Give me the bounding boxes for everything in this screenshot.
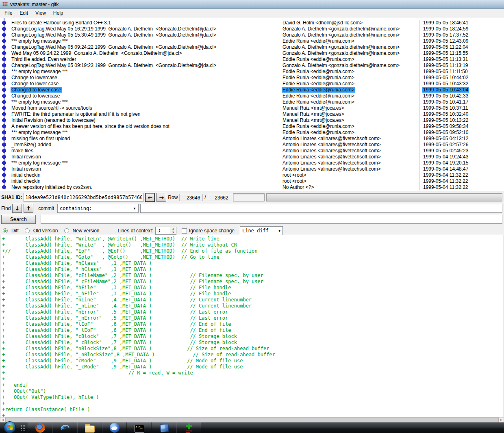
commit-message: ChangeLogTag:Wed May 05 16:29:19 1999 Go…: [9, 26, 279, 32]
commit-row[interactable]: FWRITE: the third parameter is optional …: [0, 111, 504, 117]
commit-author: Manuel Ruiz <mrt@joca.es>: [279, 117, 419, 123]
graph-cell: [0, 32, 9, 38]
commit-date: 1999-05-05 18:24:59: [419, 26, 504, 32]
commit-row[interactable]: *** empty log message ***Eddie Runia <ed…: [0, 38, 504, 44]
commit-author: Gonzalo A. Diethelm <gonzalo.diethelm@in…: [279, 26, 419, 32]
commit-node-icon: [2, 143, 6, 147]
menu-edit[interactable]: Edit: [16, 9, 32, 17]
firefox-button[interactable]: [28, 422, 52, 433]
new-version-radio-label: New version: [73, 228, 100, 234]
diff-radio[interactable]: [3, 228, 8, 233]
commit-row[interactable]: Third file added. Even weirderEddie Runi…: [0, 56, 504, 63]
diff-mode-value: Line diff: [242, 228, 269, 234]
commit-row[interactable]: *** empty log message ***Eddie Runia <ed…: [0, 99, 504, 105]
scrollbar-thumb[interactable]: [5, 417, 499, 422]
commit-author: No Author <?>: [279, 184, 419, 191]
commit-message: initial checkin: [9, 172, 279, 178]
commit-row[interactable]: Files to create Harbour using Borland C+…: [0, 20, 504, 26]
commit-row[interactable]: Changed to lower caseEddie Runia <eddie@…: [0, 87, 504, 93]
find-input[interactable]: [140, 204, 502, 213]
sha1-input[interactable]: [24, 193, 143, 202]
commit-date: 1999-05-05 17:37:52: [419, 32, 504, 38]
commit-message: _ItemSize() added: [9, 142, 279, 148]
commit-row[interactable]: Changed to lowercaseEddie Runia <eddie@r…: [0, 93, 504, 99]
commit-row[interactable]: Initial revisionAntonio Linares <alinare…: [0, 166, 504, 172]
commit-list[interactable]: Files to create Harbour using Borland C+…: [0, 18, 504, 191]
back-button[interactable]: ←: [145, 193, 155, 202]
commit-row[interactable]: initial checkinroot <root>1999-05-04 11:…: [0, 172, 504, 178]
commit-row[interactable]: Change to lower caseEddie Runia <eddie@r…: [0, 81, 504, 87]
old-version-radio-label: Old version: [33, 228, 58, 234]
commit-row[interactable]: Initial revisionAntonio Linares <alinare…: [0, 154, 504, 160]
menu-bar: FileEditViewHelp: [0, 9, 504, 17]
diff-view[interactable]: + ClassAdd( hFile, "WriteLn", @WriteLn()…: [0, 235, 504, 417]
commit-row[interactable]: Change to lowercaseEddie Runia <eddie@ru…: [0, 75, 504, 81]
commit-row[interactable]: Wed May 05 09:24:22 1999 Gonzalo A. Diet…: [0, 50, 504, 56]
commit-row[interactable]: *** empty log message ***Antonio Linares…: [0, 160, 504, 166]
commit-author: Antonio Linares <alinares@fivetechsoft.c…: [279, 166, 419, 172]
horizontal-scrollbar[interactable]: ◄ ►: [0, 417, 504, 422]
forward-button[interactable]: →: [156, 193, 166, 202]
commit-row[interactable]: ChangeLogTag:Wed May 05 16:29:19 1999 Go…: [0, 26, 504, 32]
graph-cell: [0, 148, 9, 154]
graph-cell: [0, 142, 9, 148]
menu-file[interactable]: File: [1, 9, 16, 17]
new-version-radio[interactable]: [64, 228, 69, 233]
scroll-left-icon[interactable]: ◄: [0, 417, 5, 422]
scroll-right-icon[interactable]: ►: [499, 417, 504, 422]
commit-row[interactable]: Initial Revision (renamed to lowercase)M…: [0, 117, 504, 123]
windows-explorer-button[interactable]: [77, 422, 102, 433]
right-arrow-icon: →: [159, 194, 164, 201]
commit-date: 1999-05-04 11:32:22: [419, 172, 504, 178]
commit-row[interactable]: make filesAntonio Linares <alinares@five…: [0, 148, 504, 154]
search-input[interactable]: [41, 215, 502, 224]
commit-node-icon: [2, 173, 6, 177]
windows-start-button[interactable]: [4, 421, 16, 433]
ignore-space-checkbox[interactable]: [182, 228, 187, 234]
spin-up-icon: ▲: [170, 227, 176, 231]
commit-row[interactable]: ChangeLogTag:Wed May 05 09:19:23 1999 Go…: [0, 63, 504, 69]
menu-help[interactable]: Help: [50, 9, 67, 17]
commit-row[interactable]: missing files on first uploadAntonio Lin…: [0, 136, 504, 142]
commit-row[interactable]: ChangeLogTag:Wed May 05 09:24:22 1999 Go…: [0, 44, 504, 50]
commit-author: Gonzalo A. Diethelm <gonzalo.diethelm@in…: [279, 32, 419, 38]
commit-row[interactable]: ChangeLogTag:Wed May 05 15:30:49 1999 Go…: [0, 32, 504, 38]
find-prev-button[interactable]: ↑: [24, 204, 33, 213]
internet-explorer-button[interactable]: [52, 422, 77, 433]
diff-line: + ClassAdd( hFile, "_nLine" ,4 ,MET_DATA…: [2, 303, 504, 309]
menu-view[interactable]: View: [32, 9, 50, 17]
spinner-buttons[interactable]: ▲ ▼: [170, 227, 176, 234]
display-button[interactable]: [152, 422, 176, 433]
diff-mode-dropdown[interactable]: Line diff ▼: [240, 226, 283, 235]
commit-row[interactable]: A newer version of files has been put he…: [0, 123, 504, 130]
commit-date: 1999-05-04 19:24:43: [419, 154, 504, 160]
commit-row[interactable]: _ItemSize() addedAntonio Linares <alinar…: [0, 142, 504, 148]
find-mode-value: containing:: [60, 206, 92, 211]
commit-row[interactable]: initial checkinroot <root>1999-05-04 11:…: [0, 178, 504, 184]
commit-date: 1999-05-05 11:22:04: [419, 44, 504, 50]
diff-line: + ClassAdd( hFile, "_nBlockSize",8 ,MET_…: [2, 352, 504, 358]
commit-message: Changed to lowercase: [9, 93, 279, 99]
diff-tool-button[interactable]: [176, 422, 201, 433]
find-next-button[interactable]: ↓: [12, 204, 22, 213]
old-version-radio[interactable]: [25, 228, 30, 233]
commit-row[interactable]: New repository initialized by cvs2svn.No…: [0, 184, 504, 191]
gitk-app-icon: [2, 1, 8, 7]
taskbar-grip[interactable]: [21, 424, 25, 431]
commit-message: A newer version of files has been put he…: [9, 123, 279, 130]
commit-message: ChangeLogTag:Wed May 05 09:24:22 1999 Go…: [9, 44, 279, 50]
commit-row[interactable]: Moved from source/rtl -> source/toolsMan…: [0, 105, 504, 111]
commit-row[interactable]: *** empty log message ***Eddie Runia <ed…: [0, 130, 504, 136]
find-mode-dropdown[interactable]: containing: ▼: [57, 204, 139, 213]
find-bar: Find ↓ ↑ commit containing: ▼: [0, 204, 504, 213]
diff-line: +return ClassInstance( hFile ): [2, 407, 504, 413]
diff-line: +: [2, 413, 504, 417]
search-button[interactable]: Search: [1, 215, 36, 224]
lines-of-context-spinner[interactable]: 3 ▲ ▼: [155, 227, 176, 235]
commit-node-icon: [2, 167, 6, 171]
thunderbird-button[interactable]: [102, 422, 127, 433]
commit-row[interactable]: *** empty log message ***Eddie Runia <ed…: [0, 69, 504, 75]
display-icon: [160, 424, 169, 432]
command-prompt-button[interactable]: [127, 422, 152, 433]
title-bar[interactable]: vszakats: master - gitk: [0, 0, 504, 9]
